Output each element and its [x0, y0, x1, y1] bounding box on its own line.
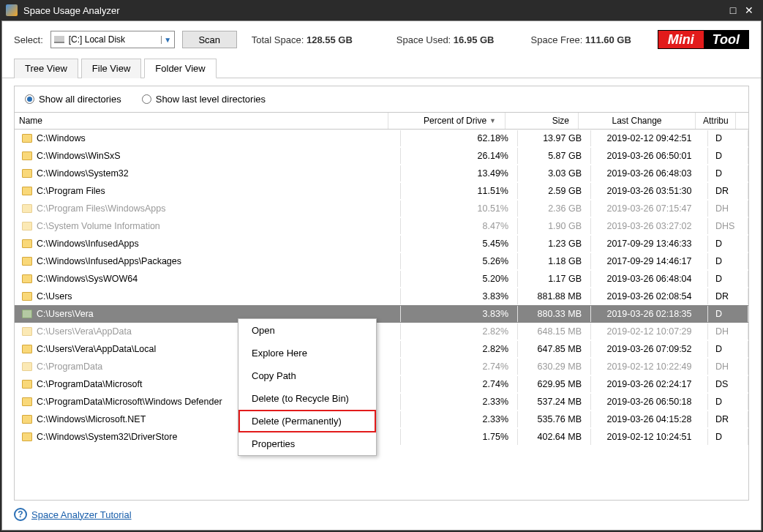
row-attr: DH — [708, 201, 748, 217]
row-size: 1.18 GB — [518, 253, 591, 269]
scan-button[interactable]: Scan — [182, 31, 237, 48]
folder-icon — [22, 257, 32, 266]
view-tabs: Tree View File View Folder View — [2, 58, 761, 78]
folder-icon — [22, 345, 32, 353]
row-attr: D — [708, 165, 748, 181]
col-header-attr[interactable]: Attribu — [696, 113, 736, 129]
tab-folder-view[interactable]: Folder View — [144, 59, 216, 78]
row-size: 1.23 GB — [518, 236, 591, 252]
row-percent: 5.45% — [401, 236, 518, 252]
cm-explore[interactable]: Explore Here — [238, 342, 376, 364]
col-header-date[interactable]: Last Change — [579, 113, 696, 129]
app-icon — [6, 4, 18, 16]
folder-icon — [22, 274, 32, 283]
row-percent: 13.49% — [401, 165, 518, 181]
table-row[interactable]: C:\Users\Vera\AppData\Local2.82%647.85 M… — [15, 340, 748, 358]
table-row[interactable]: C:\Windows\InfusedApps\Packages5.26%1.18… — [15, 252, 748, 270]
row-size: 13.97 GB — [518, 130, 591, 146]
table-row[interactable]: C:\Windows\Microsoft.NET2.33%535.76 MB20… — [15, 411, 748, 428]
row-date: 2019-03-26 03:27:02 — [591, 218, 708, 234]
col-header-size[interactable]: Size — [505, 113, 579, 129]
table-row[interactable]: C:\Users3.83%881.88 MB2019-03-26 02:08:5… — [15, 288, 748, 305]
row-attr: DR — [708, 411, 748, 427]
tutorial-link[interactable]: Space Analyzer Tutorial — [31, 509, 132, 520]
row-size: 2.59 GB — [518, 183, 591, 199]
table-row[interactable]: C:\Windows\System32\DriverStore1.75%402.… — [15, 428, 748, 446]
grid-body[interactable]: Open Explore Here Copy Path Delete (to R… — [15, 130, 748, 500]
row-percent: 2.74% — [401, 359, 518, 375]
row-name: C:\Program Files\WindowsApps — [37, 203, 165, 214]
tab-file-view[interactable]: File View — [81, 59, 142, 78]
table-row[interactable]: C:\Windows\WinSxS26.14%5.87 GB2019-03-26… — [15, 147, 748, 165]
col-header-name[interactable]: Name — [15, 113, 388, 129]
folder-icon — [22, 134, 32, 143]
row-attr: DH — [708, 359, 748, 375]
row-percent: 10.51% — [401, 201, 518, 217]
row-size: 880.33 MB — [518, 306, 591, 322]
row-attr: D — [708, 148, 748, 164]
drive-icon — [54, 36, 64, 43]
tab-tree-view[interactable]: Tree View — [14, 59, 78, 78]
cm-open[interactable]: Open — [238, 319, 376, 342]
row-attr: D — [708, 253, 748, 269]
close-button[interactable]: ✕ — [741, 2, 757, 18]
row-name: C:\Users\Vera — [37, 309, 94, 319]
row-date: 2019-03-26 04:15:28 — [591, 411, 708, 427]
row-percent: 1.75% — [401, 429, 518, 445]
row-name: C:\Program Files — [37, 186, 105, 196]
folder-icon — [22, 292, 32, 301]
row-name: C:\ProgramData\Microsoft — [37, 379, 142, 389]
table-row[interactable]: C:\Program Files\WindowsApps10.51%2.36 G… — [15, 200, 748, 217]
col-header-percent[interactable]: Percent of Drive▼ — [388, 113, 505, 129]
row-size: 535.76 MB — [518, 411, 591, 427]
table-row[interactable]: C:\ProgramData\Microsoft\Windows Defende… — [15, 393, 748, 411]
row-name: C:\Users — [37, 291, 72, 301]
row-attr: DR — [708, 183, 748, 199]
folder-icon — [22, 204, 32, 213]
drive-select[interactable]: [C:] Local Disk ▼ — [50, 31, 175, 48]
cm-copy-path[interactable]: Copy Path — [238, 364, 376, 387]
folder-view-panel: Show all directories Show last level dir… — [14, 86, 749, 501]
row-date: 2019-02-12 10:22:49 — [591, 359, 708, 375]
table-row[interactable]: C:\Program Files11.51%2.59 GB2019-03-26 … — [15, 182, 748, 200]
table-row[interactable]: C:\System Volume Information8.47%1.90 GB… — [15, 217, 748, 235]
cm-delete-recycle[interactable]: Delete (to Recycle Bin) — [238, 387, 376, 410]
row-date: 2019-03-26 06:50:18 — [591, 394, 708, 410]
folder-icon — [22, 151, 32, 160]
cm-properties[interactable]: Properties — [238, 432, 376, 455]
maximize-button[interactable]: □ — [725, 2, 741, 18]
table-row[interactable]: C:\Windows\System3213.49%3.03 GB2019-03-… — [15, 165, 748, 182]
table-row[interactable]: C:\Users\Vera\AppData2.82%648.15 MB2019-… — [15, 323, 748, 340]
table-row[interactable]: C:\ProgramData2.74%630.29 MB2019-02-12 1… — [15, 358, 748, 375]
row-date: 2017-09-29 13:46:33 — [591, 236, 708, 252]
table-row[interactable]: C:\Users\Vera3.83%880.33 MB2019-03-26 02… — [15, 305, 748, 323]
cm-delete-permanent[interactable]: Delete (Permanently) — [238, 410, 376, 432]
row-percent: 2.33% — [401, 411, 518, 427]
row-attr: DH — [708, 323, 748, 340]
space-free-stat: Space Free: 111.60 GB — [531, 34, 631, 45]
space-used-stat: Space Used: 16.95 GB — [396, 34, 495, 45]
table-row[interactable]: C:\Windows62.18%13.97 GB2019-02-12 09:42… — [15, 130, 748, 147]
drive-select-text: [C:] Local Disk — [67, 34, 161, 45]
table-row[interactable]: C:\ProgramData\Microsoft2.74%629.95 MB20… — [15, 375, 748, 393]
row-attr: DR — [708, 288, 748, 304]
folder-icon — [22, 415, 32, 424]
table-row[interactable]: C:\Windows\InfusedApps5.45%1.23 GB2017-0… — [15, 235, 748, 252]
row-size: 3.03 GB — [518, 165, 591, 181]
row-date: 2019-03-26 03:51:30 — [591, 183, 708, 199]
radio-show-last[interactable]: Show last level directories — [142, 94, 266, 105]
row-size: 1.17 GB — [518, 271, 591, 287]
radio-show-all[interactable]: Show all directories — [25, 94, 121, 105]
row-name: C:\Windows — [37, 133, 86, 143]
row-attr: D — [708, 236, 748, 252]
row-name: C:\Windows\Microsoft.NET — [37, 414, 146, 424]
row-size: 2.36 GB — [518, 201, 591, 217]
table-row[interactable]: C:\Windows\SysWOW645.20%1.17 GB2019-03-2… — [15, 270, 748, 288]
row-name: C:\Windows\InfusedApps — [37, 239, 139, 249]
context-menu: Open Explore Here Copy Path Delete (to R… — [238, 318, 377, 456]
row-size: 537.24 MB — [518, 394, 591, 410]
folder-icon — [22, 380, 32, 389]
folder-icon — [22, 187, 32, 195]
row-percent: 5.26% — [401, 253, 518, 269]
total-space-stat: Total Space: 128.55 GB — [252, 34, 353, 45]
